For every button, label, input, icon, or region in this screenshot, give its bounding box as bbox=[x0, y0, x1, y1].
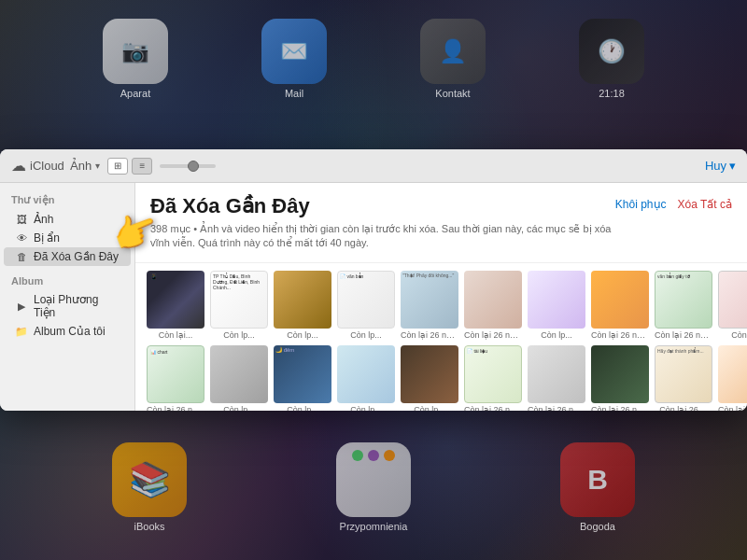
photo-label: Còn lại 26 ngày bbox=[464, 330, 522, 340]
huy-button[interactable]: Huy ▾ bbox=[705, 159, 736, 173]
photo-label: Còn lp... bbox=[350, 405, 382, 411]
app-icon-mail: ✉️ Mail bbox=[261, 19, 327, 99]
photo-row-2: 📊 chart Còn lại 26 ngày Còn lp... 🌙 đêm … bbox=[147, 345, 736, 411]
list-item[interactable]: Còn lại 26 ngày bbox=[528, 345, 585, 411]
list-item[interactable]: 📱 Còn lại... bbox=[147, 271, 204, 340]
sidebar-item-loai-phuong-tien[interactable]: ▶ Loại Phương Tiện bbox=[4, 290, 131, 322]
photo-thumb bbox=[718, 345, 747, 403]
photo-label: Còn lp... bbox=[287, 330, 318, 340]
list-item[interactable]: Còn lại 26 ngày bbox=[718, 345, 747, 411]
app-label-aparat: Aparat bbox=[103, 88, 168, 99]
sidebar-item-da-xoa-label: Đã Xóa Gần Đây bbox=[34, 250, 119, 263]
photo-label: Còn lại 26 ngày bbox=[147, 405, 204, 411]
titlebar-left: ☁ iCloud Ảnh ▾ ⊞ ≡ bbox=[11, 157, 216, 175]
loai-icon: ▶ bbox=[15, 300, 28, 313]
bottom-app-icons: 📚 iBooks Przypomnienia B Bogoda bbox=[0, 442, 747, 532]
photo-label: Còn lp... bbox=[414, 405, 445, 411]
app-icon-ibooks: 📚 iBooks bbox=[112, 442, 187, 532]
view-toggle: ⊞ ≡ bbox=[107, 158, 152, 175]
icloud-logo: ☁ iCloud Ảnh ▾ bbox=[11, 157, 100, 175]
photo-label: Còn lp... bbox=[350, 330, 382, 340]
list-item[interactable]: Còn lp... bbox=[528, 271, 585, 340]
list-item[interactable]: văn bản giấy tờ Còn lại 26 ngày bbox=[655, 271, 712, 340]
photo-thumb: 📄 văn bản bbox=[337, 271, 395, 329]
list-view-icon: ≡ bbox=[139, 161, 145, 171]
list-item[interactable]: Còn lại 26 ngày bbox=[591, 271, 649, 340]
list-item[interactable]: 📊 chart Còn lại 26 ngày bbox=[147, 345, 204, 411]
photos-dropdown-arrow[interactable]: ▾ bbox=[95, 161, 100, 171]
photo-thumb bbox=[274, 271, 331, 329]
app-icon-aparat: 📷 Aparat bbox=[103, 19, 168, 99]
photo-thumb: "Thật! Phây đôi không..." bbox=[401, 271, 458, 329]
top-app-icons: 📷 Aparat ✉️ Mail 👤 Kontakt 🕐 21:18 bbox=[0, 19, 747, 99]
sidebar-item-album-cua-toi[interactable]: 📁 Album Của tôi bbox=[4, 322, 131, 341]
photo-label: Còn lại... bbox=[159, 330, 193, 340]
list-item[interactable]: Còn lp... bbox=[718, 271, 747, 340]
album-section-label: Album bbox=[0, 275, 134, 290]
list-item[interactable]: 📄 văn bản Còn lp... bbox=[337, 271, 395, 340]
photo-label: Còn lại 26 ngày bbox=[528, 405, 585, 411]
photo-thumb: Hãy đạt thành phẩm... bbox=[655, 345, 712, 403]
huy-dropdown-arrow: ▾ bbox=[729, 159, 736, 173]
recover-button[interactable]: Khôi phục bbox=[615, 198, 667, 211]
sidebar-item-bi-an-label: Bị ẩn bbox=[34, 231, 60, 245]
photo-thumb bbox=[464, 271, 522, 329]
photo-label: Còn lại 26 ngày bbox=[655, 330, 712, 340]
app-icon-zegar: 🕐 21:18 bbox=[579, 19, 644, 99]
size-slider[interactable] bbox=[160, 164, 216, 168]
page-subtitle: 398 mục • Ảnh và video hiển thị thời gia… bbox=[150, 222, 615, 251]
list-view-button[interactable]: ≡ bbox=[132, 158, 152, 175]
list-item[interactable]: Còn lại 26 ngày bbox=[591, 345, 649, 411]
photo-thumb bbox=[337, 345, 395, 403]
photo-label: Còn lp... bbox=[223, 405, 255, 411]
delete-all-button[interactable]: Xóa Tất cả bbox=[678, 198, 732, 211]
anh-icon: 🖼 bbox=[15, 213, 28, 226]
photo-thumb bbox=[591, 345, 649, 403]
page-title: Đã Xóa Gần Đây bbox=[150, 194, 615, 218]
grid-view-button[interactable]: ⊞ bbox=[107, 158, 128, 175]
slider-thumb bbox=[188, 161, 199, 172]
list-item[interactable]: 🌙 đêm Còn lp... bbox=[274, 345, 331, 411]
list-item[interactable]: Còn lp... bbox=[210, 345, 268, 411]
list-item[interactable]: "Thật! Phây đôi không..." Còn lại 26 ngà… bbox=[401, 271, 458, 340]
icloud-label: iCloud bbox=[30, 159, 64, 173]
photos-label: Ảnh bbox=[70, 159, 92, 173]
icloud-window: ☁ iCloud Ảnh ▾ ⊞ ≡ Huy bbox=[0, 149, 747, 411]
list-item[interactable]: Còn lp... bbox=[401, 345, 458, 411]
photo-label: Còn lại 26 ... bbox=[659, 405, 708, 411]
photo-row-1: 📱 Còn lại... TP Thủ Dầu, Bình Dương, Đất… bbox=[147, 271, 736, 340]
photo-thumb: văn bản giấy tờ bbox=[655, 271, 712, 329]
app-label-mail: Mail bbox=[261, 88, 327, 99]
app-label-bogoda: Bogoda bbox=[560, 521, 635, 532]
app-label-zegar: 21:18 bbox=[579, 88, 644, 99]
photo-thumb: 📱 bbox=[147, 271, 204, 329]
titlebar: ☁ iCloud Ảnh ▾ ⊞ ≡ Huy bbox=[0, 149, 747, 183]
list-item[interactable]: Còn lại 26 ngày bbox=[464, 271, 522, 340]
album-icon: 📁 bbox=[15, 325, 28, 338]
list-item[interactable]: Hãy đạt thành phẩm... Còn lại 26 ... bbox=[655, 345, 712, 411]
photo-thumb: 📊 chart bbox=[147, 345, 204, 403]
photo-label: Còn lại 26 ngày bbox=[718, 405, 747, 411]
sidebar-item-anh-label: Ảnh bbox=[34, 213, 53, 226]
grid-view-icon: ⊞ bbox=[114, 161, 121, 171]
app-icon-bogoda: B Bogoda bbox=[560, 442, 635, 532]
photo-label: Còn lại 26 ngày bbox=[401, 330, 458, 340]
huy-label: Huy bbox=[705, 159, 726, 173]
list-item[interactable]: Còn lp... bbox=[337, 345, 395, 411]
photo-label: Còn lại 26 ngày bbox=[464, 405, 522, 411]
main-panel: Đã Xóa Gần Đây 398 mục • Ảnh và video hi… bbox=[135, 183, 747, 411]
photo-thumb bbox=[210, 345, 268, 403]
list-item[interactable]: TP Thủ Dầu, Bình Dương, Đất Liền, Bình C… bbox=[210, 271, 268, 340]
photo-grid: 📱 Còn lại... TP Thủ Dầu, Bình Dương, Đất… bbox=[135, 263, 747, 411]
list-item[interactable]: 📄 tài liệu Còn lại 26 ngày bbox=[464, 345, 522, 411]
app-icon-przypomnienia: Przypomnienia bbox=[336, 442, 411, 532]
sidebar-item-loai-label: Loại Phương Tiện bbox=[34, 293, 120, 319]
photo-label: Còn lp... bbox=[287, 405, 318, 411]
main-header: Đã Xóa Gần Đây 398 mục • Ảnh và video hi… bbox=[135, 183, 747, 263]
list-item[interactable]: Còn lp... bbox=[274, 271, 331, 340]
photo-thumb bbox=[528, 345, 585, 403]
photo-thumb bbox=[718, 271, 747, 329]
sidebar-item-da-xoa[interactable]: 🗑 Đã Xóa Gần Đây bbox=[4, 247, 131, 266]
photo-thumb: TP Thủ Dầu, Bình Dương, Đất Liền, Bình C… bbox=[210, 271, 268, 329]
app-icon-kontakt: 👤 Kontakt bbox=[420, 19, 486, 99]
